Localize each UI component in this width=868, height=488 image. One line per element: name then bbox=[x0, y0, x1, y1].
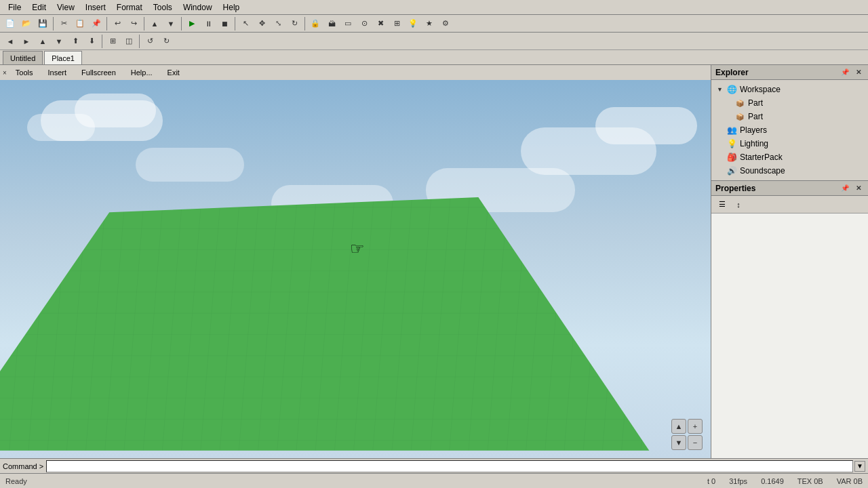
vp-tools[interactable]: Tools bbox=[9, 67, 39, 78]
tb2-prev[interactable]: ◄ bbox=[3, 34, 18, 49]
menu-tools[interactable]: Tools bbox=[148, 1, 178, 14]
menu-window[interactable]: Window bbox=[178, 1, 218, 14]
properties-panel: Properties 📌 ✕ ☰ ↕ bbox=[711, 181, 868, 458]
tb-play[interactable]: ▶ bbox=[184, 16, 199, 31]
lighting-label: Lighting bbox=[740, 139, 768, 148]
starterpack-icon: 🎒 bbox=[726, 152, 737, 163]
tb-x1[interactable]: ✖ bbox=[373, 16, 388, 31]
nav-zoom-out[interactable]: − bbox=[688, 435, 703, 450]
tb-rotate[interactable]: ↻ bbox=[287, 16, 302, 31]
tree-workspace[interactable]: ▼ 🌐 Workspace bbox=[711, 83, 868, 96]
tb2-down[interactable]: ▼ bbox=[52, 34, 66, 49]
starterpack-label: StarterPack bbox=[740, 152, 783, 162]
command-dropdown[interactable]: ▼ bbox=[854, 461, 865, 472]
properties-header-icons: 📌 ✕ bbox=[840, 183, 864, 194]
lighting-icon: 💡 bbox=[726, 138, 737, 149]
tb2-bot[interactable]: ⬇ bbox=[84, 34, 99, 49]
tb-cut[interactable]: ✂ bbox=[56, 16, 71, 31]
command-input[interactable] bbox=[46, 460, 853, 472]
menu-edit[interactable]: Edit bbox=[26, 1, 52, 14]
tb-sep4 bbox=[181, 17, 182, 30]
tb-sep1 bbox=[53, 17, 54, 30]
part2-icon: 📦 bbox=[734, 111, 745, 122]
prop-sort-btn[interactable]: ↕ bbox=[732, 198, 745, 211]
tb-rect[interactable]: ▭ bbox=[340, 16, 355, 31]
viewport-3d[interactable]: ☞ ▲ + ▼ − bbox=[0, 80, 711, 458]
viewport-toolbar: × Tools Insert Fullscreen Help... Exit bbox=[0, 65, 711, 80]
vp-insert[interactable]: Insert bbox=[42, 67, 73, 78]
nav-controls: ▲ + ▼ − bbox=[671, 419, 703, 450]
tb-terrain[interactable]: 🏔 bbox=[324, 16, 339, 31]
status-tex: TEX 0B bbox=[797, 477, 823, 485]
tab-untitled[interactable]: Untitled bbox=[3, 51, 43, 64]
menu-format[interactable]: Format bbox=[111, 1, 148, 14]
tb2-rot1[interactable]: ↺ bbox=[142, 34, 157, 49]
tb-b2[interactable]: ▼ bbox=[163, 16, 178, 31]
viewport-container: × Tools Insert Fullscreen Help... Exit bbox=[0, 65, 711, 458]
tb2-grid[interactable]: ⊞ bbox=[105, 34, 120, 49]
menu-file[interactable]: File bbox=[3, 1, 26, 14]
tb-move[interactable]: ✥ bbox=[254, 16, 269, 31]
tree-starterpack[interactable]: ▶ 🎒 StarterPack bbox=[711, 150, 868, 164]
tb-snap[interactable]: 🔒 bbox=[308, 16, 323, 31]
tb2-a1[interactable]: ◫ bbox=[121, 34, 136, 49]
tb-undo[interactable]: ↩ bbox=[110, 16, 125, 31]
menu-insert[interactable]: Insert bbox=[80, 1, 111, 14]
tb-paste[interactable]: 📌 bbox=[89, 16, 104, 31]
main-layout: × Tools Insert Fullscreen Help... Exit bbox=[0, 65, 868, 458]
right-panel: Explorer 📌 ✕ ▼ 🌐 Workspace ▶ 📦 Part bbox=[711, 65, 868, 458]
tb-copy[interactable]: 📋 bbox=[73, 16, 87, 31]
tb-light[interactable]: 💡 bbox=[406, 16, 420, 31]
nav-up[interactable]: ▲ bbox=[671, 419, 686, 434]
tb-ellipse[interactable]: ⊙ bbox=[357, 16, 372, 31]
tab-place1[interactable]: Place1 bbox=[44, 51, 82, 64]
tb-redo[interactable]: ↪ bbox=[126, 16, 141, 31]
tree-soundscape[interactable]: ▶ 🔊 Soundscape bbox=[711, 164, 868, 178]
nav-zoom-in[interactable]: + bbox=[688, 419, 703, 434]
tree-part1[interactable]: ▶ 📦 Part bbox=[711, 96, 868, 110]
tb2-rot2[interactable]: ↻ bbox=[159, 34, 174, 49]
status-memory: 0.1649 bbox=[761, 477, 784, 485]
tree-lighting[interactable]: ▶ 💡 Lighting bbox=[711, 137, 868, 150]
tb-sep6 bbox=[304, 17, 305, 30]
tree-part2[interactable]: ▶ 📦 Part bbox=[711, 110, 868, 123]
tb2-sep1 bbox=[102, 35, 102, 48]
tb-save[interactable]: 💾 bbox=[35, 16, 50, 31]
status-time: t 0 bbox=[707, 477, 715, 485]
properties-pin-btn[interactable]: 📌 bbox=[840, 183, 850, 194]
viewport-close[interactable]: × bbox=[3, 69, 7, 77]
tb2-next[interactable]: ► bbox=[19, 34, 34, 49]
menu-view[interactable]: View bbox=[52, 1, 80, 14]
tb2-top[interactable]: ⬆ bbox=[68, 34, 83, 49]
tb-open[interactable]: 📂 bbox=[19, 16, 34, 31]
tb-scale[interactable]: ⤡ bbox=[271, 16, 285, 31]
tb-grid[interactable]: ⊞ bbox=[389, 16, 404, 31]
tb-stop[interactable]: ⏹ bbox=[217, 16, 232, 31]
ground-plane bbox=[0, 80, 711, 458]
part1-icon: 📦 bbox=[734, 98, 745, 108]
tb-star[interactable]: ★ bbox=[422, 16, 437, 31]
explorer-header-icons: 📌 ✕ bbox=[840, 67, 864, 78]
tb-b1[interactable]: ▲ bbox=[147, 16, 162, 31]
menu-help[interactable]: Help bbox=[218, 1, 245, 14]
tb-pause[interactable]: ⏸ bbox=[201, 16, 216, 31]
tree-players[interactable]: ▶ 👥 Players bbox=[711, 123, 868, 137]
tb-new[interactable]: 📄 bbox=[3, 16, 18, 31]
explorer-tree: ▼ 🌐 Workspace ▶ 📦 Part ▶ 📦 Part bbox=[711, 80, 868, 180]
explorer-close-btn[interactable]: ✕ bbox=[853, 67, 864, 78]
explorer-pin-btn[interactable]: 📌 bbox=[840, 67, 850, 78]
properties-toolbar: ☰ ↕ bbox=[711, 196, 868, 214]
vp-exit[interactable]: Exit bbox=[161, 67, 186, 78]
tb-settings[interactable]: ⚙ bbox=[438, 16, 453, 31]
players-label: Players bbox=[740, 125, 767, 135]
players-icon: 👥 bbox=[726, 125, 737, 136]
workspace-arrow: ▼ bbox=[717, 86, 724, 93]
prop-filter-btn[interactable]: ☰ bbox=[715, 198, 729, 211]
vp-fullscreen[interactable]: Fullscreen bbox=[75, 67, 122, 78]
tb-select[interactable]: ↖ bbox=[238, 16, 253, 31]
explorer-panel: Explorer 📌 ✕ ▼ 🌐 Workspace ▶ 📦 Part bbox=[711, 65, 868, 181]
vp-help[interactable]: Help... bbox=[125, 67, 159, 78]
tb2-up[interactable]: ▲ bbox=[35, 34, 50, 49]
nav-down[interactable]: ▼ bbox=[671, 435, 686, 450]
properties-close-btn[interactable]: ✕ bbox=[853, 183, 864, 194]
